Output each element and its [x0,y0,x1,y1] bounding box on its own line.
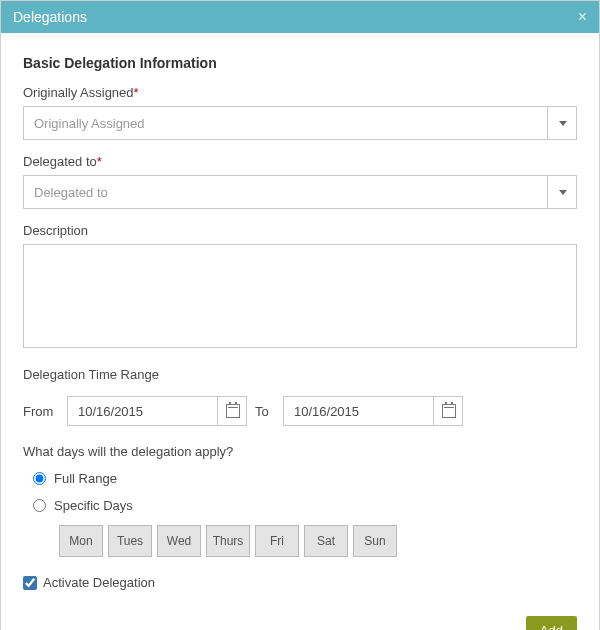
specific-days-label: Specific Days [54,498,133,513]
dialog-body: Basic Delegation Information Originally … [1,33,599,630]
day-btn-tues[interactable]: Tues [108,525,152,557]
day-btn-sat[interactable]: Sat [304,525,348,557]
calendar-icon [442,404,456,418]
footer: Add [23,616,577,630]
description-textarea[interactable] [23,244,577,348]
activate-delegation-label: Activate Delegation [43,575,155,590]
close-icon[interactable]: × [578,9,587,25]
full-range-label: Full Range [54,471,117,486]
activate-delegation-input[interactable] [23,576,37,590]
description-label: Description [23,223,577,238]
from-date-picker-button[interactable] [217,396,247,426]
delegated-to-dropdown-button[interactable] [547,175,577,209]
delegated-to-label: Delegated to* [23,154,577,169]
to-date-field [283,396,463,426]
specific-days-radio-input[interactable] [33,499,46,512]
from-label: From [23,404,59,419]
originally-assigned-dropdown-button[interactable] [547,106,577,140]
day-btn-mon[interactable]: Mon [59,525,103,557]
time-range-heading: Delegation Time Range [23,367,577,382]
day-buttons-row: Mon Tues Wed Thurs Fri Sat Sun [59,525,577,557]
days-question: What days will the delegation apply? [23,444,577,459]
chevron-down-icon [559,121,567,126]
day-btn-thurs[interactable]: Thurs [206,525,250,557]
delegations-dialog: Delegations × Basic Delegation Informati… [0,0,600,630]
full-range-radio[interactable]: Full Range [33,471,577,486]
originally-assigned-select[interactable]: Originally Assigned [23,106,577,140]
to-label: To [255,404,275,419]
dialog-title: Delegations [13,9,87,25]
day-btn-sun[interactable]: Sun [353,525,397,557]
add-button[interactable]: Add [526,616,577,630]
activate-delegation-checkbox[interactable]: Activate Delegation [23,575,577,590]
full-range-radio-input[interactable] [33,472,46,485]
to-date-picker-button[interactable] [433,396,463,426]
originally-assigned-label: Originally Assigned* [23,85,577,100]
originally-assigned-input[interactable]: Originally Assigned [23,106,577,140]
calendar-icon [226,404,240,418]
date-range-row: From To [23,396,577,426]
delegated-to-input[interactable]: Delegated to [23,175,577,209]
delegated-to-select[interactable]: Delegated to [23,175,577,209]
day-btn-fri[interactable]: Fri [255,525,299,557]
from-date-field [67,396,247,426]
titlebar: Delegations × [1,1,599,33]
section-heading: Basic Delegation Information [23,55,577,71]
specific-days-radio[interactable]: Specific Days [33,498,577,513]
chevron-down-icon [559,190,567,195]
day-btn-wed[interactable]: Wed [157,525,201,557]
